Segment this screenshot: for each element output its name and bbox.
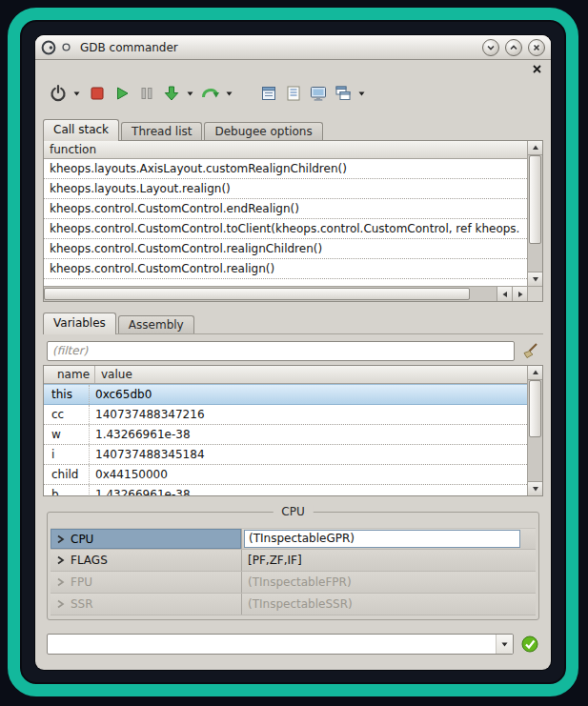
register-group-cell[interactable]: FPU: [51, 572, 241, 593]
expand-icon[interactable]: [56, 555, 65, 565]
filter-row: [47, 340, 539, 361]
column-header-value[interactable]: value: [95, 366, 132, 383]
horizontal-scrollbar[interactable]: [44, 286, 527, 301]
variable-value: 0x44150000: [90, 465, 527, 484]
app-icon[interactable]: [41, 40, 56, 55]
stop-button[interactable]: [86, 81, 109, 106]
gdb-commander-window: GDB commander: [35, 35, 551, 670]
cpu-row[interactable]: FPU (TInspectableFPR): [51, 572, 536, 594]
variable-row[interactable]: cc 140737488347216: [44, 405, 527, 425]
variable-name: w: [44, 425, 90, 444]
column-header-name[interactable]: name: [50, 366, 95, 383]
messages-button[interactable]: [282, 81, 305, 106]
command-bar: [47, 634, 539, 655]
variables-tabbar: Variables Assembly: [43, 313, 196, 334]
scroll-down-button[interactable]: [528, 272, 542, 286]
watch-button[interactable]: [332, 81, 355, 106]
maximize-button[interactable]: [505, 39, 522, 56]
register-group-cell[interactable]: CPU: [51, 529, 241, 549]
variables-panel: name value this 0xc65db0 cc 140737488347…: [43, 365, 543, 496]
pause-button[interactable]: [135, 81, 158, 106]
register-group-name: FPU: [71, 575, 92, 589]
tab-call-stack[interactable]: Call stack: [43, 119, 119, 141]
expand-icon[interactable]: [56, 599, 65, 609]
register-group-cell[interactable]: FLAGS: [51, 550, 241, 571]
command-combobox[interactable]: [47, 634, 514, 655]
call-stack-row[interactable]: kheops.control.CustomControl.realign(): [44, 259, 527, 279]
scroll-up-button[interactable]: [528, 366, 542, 380]
call-stack-row[interactable]: kheops.control.CustomControl.realignChil…: [44, 239, 527, 259]
cpu-row[interactable]: CPU (TInspectableGPR): [51, 528, 536, 550]
variable-name: cc: [44, 405, 90, 424]
call-stack-row[interactable]: kheops.control.CustomControl.toClient(kh…: [44, 219, 527, 239]
column-header-function[interactable]: function: [44, 141, 527, 159]
variables-table: name value this 0xc65db0 cc 140737488347…: [44, 366, 527, 495]
variable-row[interactable]: w 1.43266961e-38: [44, 425, 527, 445]
register-value-editor[interactable]: (TInspectableGPR): [244, 530, 520, 548]
call-stack-row[interactable]: kheops.layouts.AxisLayout.customRealignC…: [44, 159, 527, 179]
close-button[interactable]: [528, 39, 545, 56]
variable-value: 140737488345184: [90, 445, 527, 464]
dock-close-icon[interactable]: [532, 64, 542, 74]
scrollbar-corner: [527, 286, 542, 301]
variable-name: this: [44, 385, 90, 404]
step-over-button[interactable]: [199, 81, 222, 106]
filter-input[interactable]: [47, 341, 515, 361]
vertical-scrollbar[interactable]: [527, 141, 542, 286]
register-group-name: SSR: [71, 597, 93, 611]
expand-icon[interactable]: [56, 535, 65, 544]
step-menu-arrow[interactable]: [185, 90, 195, 97]
variable-row[interactable]: child 0x44150000: [44, 465, 527, 485]
register-group-name: CPU: [71, 533, 93, 546]
variable-value: 140737488347216: [90, 405, 527, 424]
cpu-inspector: CPU CPU (TInspectableGPR): [47, 504, 539, 620]
tab-assembly[interactable]: Assembly: [118, 315, 194, 333]
variable-name: i: [44, 445, 90, 464]
power-menu-arrow[interactable]: [71, 90, 82, 97]
shade-button[interactable]: [482, 39, 499, 56]
send-command-button[interactable]: [520, 635, 539, 654]
step-over-menu-arrow[interactable]: [224, 90, 234, 97]
scroll-right-button[interactable]: [512, 287, 527, 301]
scrollbar-track[interactable]: [44, 287, 497, 301]
cpu-row[interactable]: SSR (TInspectableSSR): [51, 594, 536, 615]
continue-button[interactable]: [111, 81, 133, 106]
scroll-up-button[interactable]: [528, 141, 542, 155]
register-group-cell[interactable]: SSR: [51, 594, 241, 615]
call-stack-row[interactable]: kheops.layouts.Layout.realign(): [44, 179, 527, 199]
stack-list-button[interactable]: [257, 81, 280, 106]
memory-view-button[interactable]: [307, 81, 330, 106]
scroll-down-button[interactable]: [528, 481, 542, 495]
call-stack-row[interactable]: kheops.control.CustomControl.endRealign(…: [44, 199, 527, 219]
scrollbar-thumb[interactable]: [529, 380, 541, 437]
stack-tabbar: Call stack Thread list Debugee options: [43, 119, 325, 141]
tab-thread-list[interactable]: Thread list: [121, 122, 202, 140]
cpu-register-tree: CPU (TInspectableGPR) FLAGS [PF,ZF,IF]: [51, 528, 536, 615]
register-group-name: FLAGS: [71, 554, 108, 567]
dropdown-arrow-button[interactable]: [496, 635, 513, 654]
vertical-scrollbar[interactable]: [527, 366, 542, 495]
cpu-row[interactable]: FLAGS [PF,ZF,IF]: [51, 550, 536, 572]
clear-filter-icon[interactable]: [520, 341, 539, 360]
step-button[interactable]: [160, 81, 183, 106]
scrollbar-thumb[interactable]: [529, 155, 541, 244]
app-badge-icon: [62, 43, 71, 51]
command-input[interactable]: [47, 634, 514, 655]
scrollbar-track[interactable]: [528, 380, 542, 481]
variable-row[interactable]: this 0xc65db0: [44, 384, 527, 405]
titlebar[interactable]: GDB commander: [35, 35, 551, 60]
watch-menu-arrow[interactable]: [356, 90, 367, 97]
variable-value: 1.43266961e-38: [90, 485, 527, 495]
scroll-left-button[interactable]: [497, 287, 512, 301]
window-title: GDB commander: [80, 41, 178, 54]
scrollbar-thumb[interactable]: [44, 288, 470, 300]
expand-icon[interactable]: [56, 577, 65, 587]
tab-debugee-options[interactable]: Debugee options: [204, 122, 322, 140]
groupbox-title: CPU: [273, 505, 313, 518]
variable-row[interactable]: b 1.43266961e-38: [44, 485, 527, 495]
variable-row[interactable]: i 140737488345184: [44, 445, 527, 465]
tab-variables[interactable]: Variables: [43, 313, 116, 334]
scrollbar-track[interactable]: [528, 155, 542, 272]
power-button[interactable]: [47, 81, 70, 106]
variable-value: 0xc65db0: [90, 385, 527, 404]
